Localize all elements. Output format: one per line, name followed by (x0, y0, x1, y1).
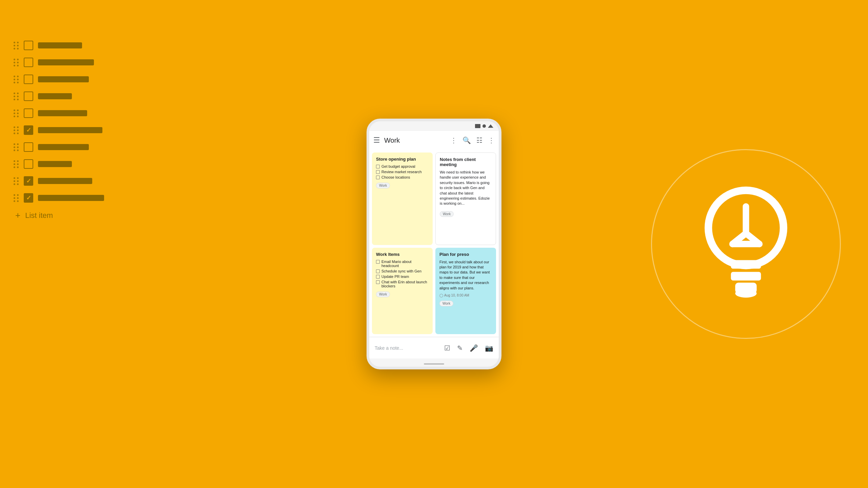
list-item-bar (38, 161, 72, 167)
note-title-store: Store opening plan (376, 157, 429, 162)
list-checkbox[interactable] (24, 142, 33, 152)
draw-icon[interactable]: ✎ (457, 344, 463, 352)
list-row (14, 108, 129, 118)
list-item-bar (38, 127, 102, 133)
mic-icon[interactable]: 🎤 (470, 344, 478, 352)
drag-handle-icon[interactable] (14, 194, 19, 202)
list-row (14, 41, 129, 50)
list-checkbox[interactable] (24, 176, 33, 186)
work-item-2: Schedule sync with Gen (376, 269, 429, 273)
signal-dot-icon (482, 124, 486, 128)
bulb-circle (651, 149, 841, 339)
note-text-preso: First, we should talk about our plan for… (439, 260, 492, 291)
bottom-input-bar: Take a note... ☑ ✎ 🎤 📷 (369, 337, 499, 359)
lightbulb-icon (692, 180, 800, 308)
list-item-bar (38, 144, 89, 150)
checklist-item-1: Get budget approval (376, 164, 429, 168)
note-work-items[interactable]: Work Items Email Mario about headcount S… (372, 248, 433, 334)
drag-handle-icon[interactable] (14, 126, 19, 134)
search-icon[interactable]: 🔍 (462, 136, 471, 144)
list-row (14, 142, 129, 152)
take-note-placeholder[interactable]: Take a note... (375, 345, 440, 351)
layout-icon[interactable]: ☷ (476, 136, 482, 144)
checklist-item-2: Review market research (376, 170, 429, 174)
app-title: Work (384, 137, 448, 144)
svg-rect-6 (731, 272, 761, 280)
drag-handle-icon[interactable] (14, 109, 19, 117)
check-box-icon (376, 280, 380, 284)
list-item-bar (38, 76, 89, 82)
more-options-icon[interactable]: ⋮ (450, 136, 457, 144)
drag-handle-icon[interactable] (14, 160, 19, 168)
image-icon[interactable]: 📷 (485, 344, 493, 352)
drag-handle-icon[interactable] (14, 177, 19, 185)
bottom-action-icons: ☑ ✎ 🎤 📷 (444, 344, 493, 352)
drag-handle-icon[interactable] (14, 93, 19, 100)
check-box-icon (376, 269, 380, 273)
drag-handle-icon[interactable] (14, 59, 19, 66)
list-row (14, 125, 129, 135)
list-checkbox[interactable] (24, 58, 33, 67)
left-list-panel: + List item (14, 41, 129, 221)
phone-mockup: ☰ Work ⋮ 🔍 ☷ ⋮ Store opening plan Get bu… (367, 119, 501, 369)
status-bar (369, 121, 499, 131)
note-text-client: We need to rethink how we handle user ex… (440, 170, 492, 206)
check-box-icon (376, 165, 380, 168)
list-item-bar (38, 42, 82, 48)
list-item-bar (38, 195, 104, 201)
work-item-1: Email Mario about headcount (376, 260, 429, 268)
checklist-icon[interactable]: ☑ (444, 344, 450, 352)
check-box-icon (376, 275, 380, 279)
list-row (14, 193, 129, 203)
list-item-bar (38, 110, 87, 116)
note-label-work[interactable]: Work (376, 183, 390, 188)
note-title-client: Notes from client meeting (440, 157, 492, 167)
notes-grid: Store opening plan Get budget approval R… (369, 150, 499, 337)
note-title-work-items: Work Items (376, 252, 429, 257)
drag-handle-icon[interactable] (14, 42, 19, 49)
hamburger-menu-icon[interactable]: ☰ (373, 136, 380, 145)
top-app-bar: ☰ Work ⋮ 🔍 ☷ ⋮ (369, 131, 499, 150)
alarm-icon: ◯ (439, 293, 443, 297)
add-list-item-row[interactable]: + List item (14, 210, 129, 221)
list-checkbox[interactable] (24, 41, 33, 50)
work-item-3: Update PR team (376, 274, 429, 279)
list-item-bar (38, 178, 92, 184)
list-item-bar (38, 93, 72, 99)
battery-icon (475, 124, 480, 128)
list-checkbox[interactable] (24, 92, 33, 101)
svg-point-8 (735, 289, 756, 298)
list-row (14, 176, 129, 186)
list-item-bar (38, 59, 94, 65)
note-label-work-2[interactable]: Work (440, 211, 454, 217)
drag-handle-icon[interactable] (14, 76, 19, 83)
list-checkbox[interactable] (24, 75, 33, 84)
note-label-work-3[interactable]: Work (376, 291, 390, 297)
list-row (14, 75, 129, 84)
list-row (14, 92, 129, 101)
check-box-icon (376, 170, 380, 174)
wifi-icon (488, 124, 493, 128)
list-checkbox[interactable] (24, 125, 33, 135)
google-keep-logo (651, 149, 841, 339)
top-action-icons: 🔍 ☷ ⋮ (462, 136, 495, 144)
list-row (14, 159, 129, 169)
check-box-icon (376, 176, 380, 179)
note-label-work-4[interactable]: Work (439, 301, 453, 306)
drag-handle-icon[interactable] (14, 143, 19, 151)
note-date-preso: ◯ Aug 10, 8:00 AM (439, 293, 492, 297)
add-item-label: List item (25, 211, 53, 220)
list-checkbox[interactable] (24, 108, 33, 118)
home-indicator (424, 363, 444, 365)
overflow-menu-icon[interactable]: ⋮ (488, 136, 495, 144)
note-client-meeting[interactable]: Notes from client meeting We need to ret… (435, 152, 496, 245)
list-checkbox[interactable] (24, 159, 33, 169)
list-checkbox[interactable] (24, 193, 33, 203)
note-store-opening[interactable]: Store opening plan Get budget approval R… (372, 152, 433, 245)
list-row (14, 58, 129, 67)
phone-body: ☰ Work ⋮ 🔍 ☷ ⋮ Store opening plan Get bu… (367, 119, 501, 369)
svg-rect-5 (731, 260, 761, 269)
note-title-preso: Plan for preso (439, 252, 492, 257)
work-item-4: Chat with Erin about launch blockers (376, 280, 429, 288)
note-plan-preso[interactable]: Plan for preso First, we should talk abo… (435, 248, 496, 334)
